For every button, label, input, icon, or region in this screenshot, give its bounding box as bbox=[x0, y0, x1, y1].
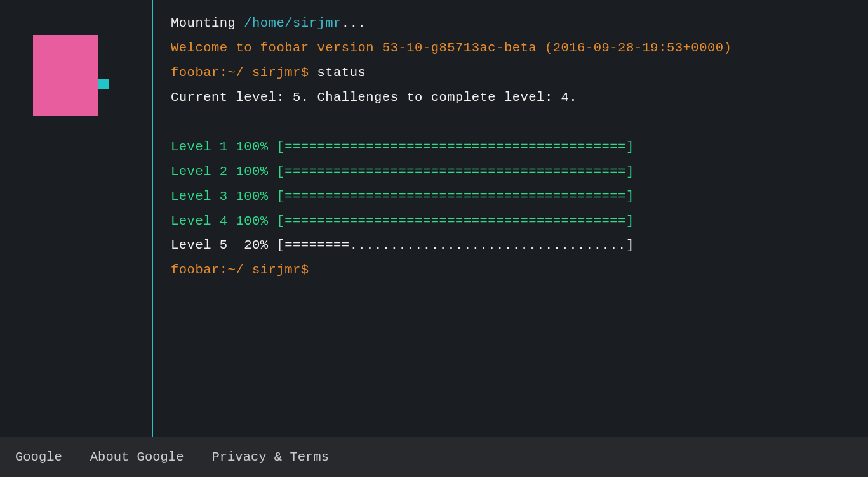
footer: Google About Google Privacy & Terms bbox=[0, 437, 868, 477]
mounting-prefix: Mounting bbox=[171, 16, 244, 30]
level-bar: [=======================================… bbox=[276, 214, 634, 228]
prompt-line-1: foobar:~/ sirjmr$ status bbox=[171, 61, 850, 86]
status-text: Current level: 5. Challenges to complete… bbox=[171, 90, 577, 105]
level-bar: [=======================================… bbox=[276, 140, 634, 154]
level-bar: [========...............................… bbox=[276, 238, 634, 252]
level-label: Level 1 100% bbox=[171, 140, 276, 154]
main-area: Mounting /home/sirjmr... Welcome to foob… bbox=[0, 0, 868, 437]
sidebar bbox=[0, 0, 153, 437]
welcome-text: Welcome to foobar version 53-10-g85713ac… bbox=[171, 41, 731, 55]
mounting-line: Mounting /home/sirjmr... bbox=[171, 11, 850, 36]
command-1: status bbox=[317, 65, 366, 80]
level-label: Level 3 100% bbox=[171, 189, 276, 204]
level-row-4: Level 4 100% [==========================… bbox=[171, 209, 850, 234]
welcome-line: Welcome to foobar version 53-10-g85713ac… bbox=[171, 36, 850, 61]
levels-container: Level 1 100% [==========================… bbox=[171, 135, 850, 259]
logo-notch bbox=[98, 79, 109, 89]
footer-link-about[interactable]: About Google bbox=[90, 450, 184, 464]
prompt-1: foobar:~/ sirjmr$ bbox=[171, 65, 317, 80]
prompt-line-2: foobar:~/ sirjmr$ bbox=[171, 258, 850, 283]
mounting-suffix: ... bbox=[342, 16, 366, 30]
level-row-5: Level 5 20% [========...................… bbox=[171, 233, 850, 258]
prompt-2: foobar:~/ sirjmr$ bbox=[171, 263, 309, 277]
footer-link-privacy[interactable]: Privacy & Terms bbox=[211, 450, 329, 464]
level-label: Level 4 100% bbox=[171, 214, 276, 228]
terminal-output[interactable]: Mounting /home/sirjmr... Welcome to foob… bbox=[153, 0, 868, 437]
level-bar: [=======================================… bbox=[276, 164, 634, 179]
footer-link-google[interactable]: Google bbox=[15, 450, 62, 464]
mounting-path: /home/sirjmr bbox=[244, 16, 342, 30]
level-bar: [=======================================… bbox=[276, 189, 634, 204]
level-row-2: Level 2 100% [==========================… bbox=[171, 160, 850, 185]
status-line: Current level: 5. Challenges to complete… bbox=[171, 86, 850, 110]
level-row-1: Level 1 100% [==========================… bbox=[171, 135, 850, 160]
level-label: Level 5 20% bbox=[171, 238, 276, 252]
blank-line bbox=[171, 110, 850, 135]
foobar-logo bbox=[33, 35, 98, 116]
level-row-3: Level 3 100% [==========================… bbox=[171, 185, 850, 209]
level-label: Level 2 100% bbox=[171, 164, 276, 179]
